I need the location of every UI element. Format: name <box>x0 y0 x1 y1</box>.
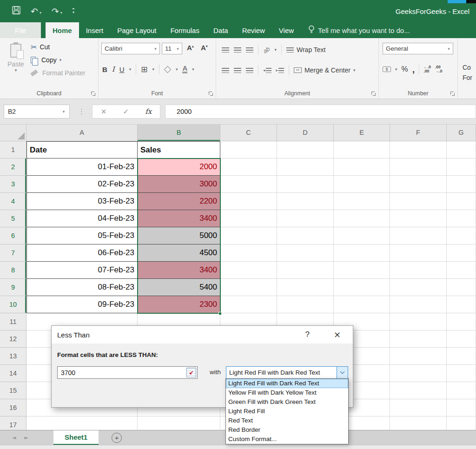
cell-F6[interactable] <box>390 227 447 244</box>
tab-view[interactable]: View <box>272 22 301 38</box>
column-header-G[interactable]: G <box>447 125 476 141</box>
cell-C3[interactable] <box>220 176 277 193</box>
cell-E5[interactable] <box>334 210 390 227</box>
cut-button[interactable]: ✂Cut <box>31 42 86 52</box>
customize-qat-icon[interactable]: ▾ <box>73 8 74 14</box>
format-option-red-border[interactable]: Red Border <box>226 425 348 435</box>
cell-E7[interactable] <box>334 244 390 262</box>
tab-file[interactable]: File <box>0 22 41 38</box>
cell-F8[interactable] <box>390 262 447 279</box>
cell-G15[interactable] <box>447 382 476 399</box>
column-header-C[interactable]: C <box>220 125 277 141</box>
align-bottom-icon[interactable] <box>246 47 253 53</box>
cell-G12[interactable] <box>447 330 476 348</box>
cell-F10[interactable] <box>390 296 447 313</box>
cell-F7[interactable] <box>390 244 447 262</box>
font-color-dropdown-icon[interactable]: ▾ <box>192 67 194 72</box>
undo-dropdown-icon[interactable]: ▾ <box>40 11 41 16</box>
cell-C6[interactable] <box>220 227 277 244</box>
format-option-yellow-fill-with-dark-yellow-text[interactable]: Yellow Fill with Dark Yellow Text <box>226 388 348 397</box>
format-painter-button[interactable]: Format Painter <box>31 68 86 78</box>
column-header-F[interactable]: F <box>390 125 447 141</box>
dialog-close-button[interactable]: × <box>334 330 341 339</box>
cell-C1[interactable] <box>220 141 277 158</box>
cell-F3[interactable] <box>390 176 447 193</box>
cell-G8[interactable] <box>447 262 476 279</box>
tab-review[interactable]: Review <box>235 22 272 38</box>
align-center-icon[interactable] <box>234 68 241 73</box>
row-header-2[interactable]: 2 <box>0 158 26 176</box>
cell-G14[interactable] <box>447 365 476 382</box>
decrease-decimal-button[interactable]: .00→.0 <box>435 65 443 74</box>
fill-color-dropdown-icon[interactable]: ▾ <box>176 67 178 72</box>
dialog-help-button[interactable]: ? <box>305 330 310 339</box>
add-sheet-button[interactable]: + <box>112 433 122 443</box>
conditional-formatting-clipped[interactable]: CoFor <box>458 38 476 99</box>
cell-G5[interactable] <box>447 210 476 227</box>
column-header-A[interactable]: A <box>26 125 138 141</box>
format-option-red-text[interactable]: Red Text <box>226 416 348 425</box>
percent-style-button[interactable]: % <box>402 65 408 73</box>
cell-F14[interactable] <box>390 365 447 382</box>
enter-icon[interactable]: ✓ <box>123 107 129 116</box>
row-header-1[interactable]: 1 <box>0 141 26 158</box>
cell-C9[interactable] <box>220 279 277 296</box>
cell-G11[interactable] <box>447 313 476 330</box>
row-header-8[interactable]: 8 <box>0 262 26 279</box>
redo-button[interactable]: ↷▾ <box>52 7 62 16</box>
clipboard-dialog-launcher-icon[interactable] <box>91 92 95 96</box>
copy-button[interactable]: Copy▾ <box>31 55 86 65</box>
cell-C8[interactable] <box>220 262 277 279</box>
cell-B7[interactable]: 4500 <box>138 244 220 262</box>
row-header-4[interactable]: 4 <box>0 193 26 210</box>
cell-D2[interactable] <box>277 158 334 176</box>
cell-B3[interactable]: 3000 <box>138 176 220 193</box>
shrink-font-button[interactable]: A▾ <box>201 44 208 52</box>
font-name-dropdown-icon[interactable]: ▾ <box>152 46 159 51</box>
tab-insert[interactable]: Insert <box>79 22 111 38</box>
font-size-dropdown-icon[interactable]: ▾ <box>174 46 182 51</box>
decrease-indent-icon[interactable]: ◂ <box>263 68 271 73</box>
name-box-dropdown-icon[interactable]: ▾ <box>58 109 69 114</box>
undo-button[interactable]: ↶▾ <box>31 7 41 16</box>
collapse-dialog-button[interactable]: ↙ <box>186 368 196 377</box>
number-format-combo[interactable]: General▾ <box>383 43 453 54</box>
format-option-green-fill-with-dark-green-text[interactable]: Green Fill with Dark Green Text <box>226 397 348 407</box>
cell-E9[interactable] <box>334 279 390 296</box>
redo-dropdown-icon[interactable]: ▾ <box>60 11 62 16</box>
font-color-button[interactable]: A <box>182 65 187 73</box>
cell-F2[interactable] <box>390 158 447 176</box>
save-icon[interactable] <box>12 6 20 16</box>
number-format-dropdown-icon[interactable]: ▾ <box>445 46 453 51</box>
cell-D9[interactable] <box>277 279 334 296</box>
cell-B6[interactable]: 5000 <box>138 227 220 244</box>
cell-B4[interactable]: 2200 <box>138 193 220 210</box>
increase-decimal-button[interactable]: ←.0.00 <box>423 65 431 74</box>
paste-dropdown-icon[interactable]: ▾ <box>15 68 17 73</box>
row-header-15[interactable]: 15 <box>0 382 26 399</box>
cell-A7[interactable]: 06-Feb-23 <box>26 244 138 262</box>
cell-C4[interactable] <box>220 193 277 210</box>
cell-A8[interactable]: 07-Feb-23 <box>26 262 138 279</box>
cell-B5[interactable]: 3400 <box>138 210 220 227</box>
cell-F12[interactable] <box>390 330 447 348</box>
underline-button[interactable]: U <box>119 66 125 73</box>
cell-D6[interactable] <box>277 227 334 244</box>
accounting-dropdown-icon[interactable]: ▾ <box>395 67 397 72</box>
cell-A6[interactable]: 05-Feb-23 <box>26 227 138 244</box>
cell-F9[interactable] <box>390 279 447 296</box>
format-style-combo[interactable]: Light Red Fill with Dark Red Text <box>226 366 348 379</box>
align-left-icon[interactable] <box>222 68 229 73</box>
select-all-corner[interactable] <box>0 125 26 141</box>
alignment-dialog-launcher-icon[interactable] <box>371 92 376 96</box>
cell-E6[interactable] <box>334 227 390 244</box>
cell-B1[interactable]: Sales <box>138 141 220 158</box>
align-top-icon[interactable] <box>222 47 229 53</box>
orientation-icon[interactable]: ab <box>262 45 271 55</box>
tab-data[interactable]: Data <box>206 22 235 38</box>
cell-G3[interactable] <box>447 176 476 193</box>
row-header-13[interactable]: 13 <box>0 348 26 365</box>
font-size-combo[interactable]: 11▾ <box>162 43 182 54</box>
number-dialog-launcher-icon[interactable] <box>450 92 455 96</box>
tell-me-box[interactable]: Tell me what you want to do... <box>301 22 410 38</box>
